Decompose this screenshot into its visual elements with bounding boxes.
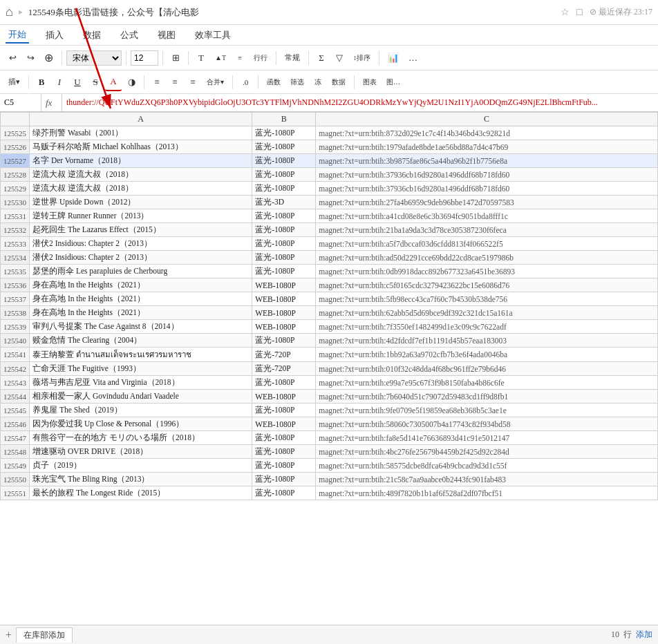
magnet-link[interactable]: magnet:?xt=urn:btih:5fb98ecc43ca7f60c7b4… [316,292,658,306]
row-number[interactable]: 125530 [1,196,30,209]
row-number[interactable]: 125533 [1,237,30,251]
bold-button[interactable]: B [33,73,50,91]
cell-reference[interactable]: C5 [0,94,41,111]
movie-name[interactable]: 养鬼屋 The Shed（2019） [30,404,252,417]
movie-name[interactable]: 马贩子科尔哈斯 Michael Kohlhaas（2013） [30,140,252,154]
movie-name[interactable]: 审判八号提案 The Case Against 8（2014） [30,320,252,334]
magnet-link[interactable]: magnet:?xt=urn:btih:21c58c7aa9aabce0b244… [316,473,658,486]
row-number[interactable]: 125539 [1,320,30,334]
magnet-link[interactable]: magnet:?xt=urn:btih:21ba1a9da3c3d78ce305… [316,223,658,237]
more-button[interactable]: … [404,49,422,67]
movie-name[interactable]: 潜伏2 Insidious: Chapter 2（2013） [30,251,252,265]
movie-name[interactable]: 有熊谷守一在的地方 モリのいる場所（2018） [30,431,252,445]
sort-button[interactable]: ↕排序 [349,49,375,67]
movie-name[interactable]: 起死回生 The Lazarus Effect（2015） [30,223,252,237]
row-number[interactable]: 125547 [1,431,30,445]
magnet-link[interactable]: magnet:?xt=urn:btih:fa8e5d141e76636893d4… [316,431,658,445]
movie-name[interactable]: 贞子（2019） [30,459,252,473]
movie-name[interactable]: 潜伏2 Insidious: Chapter 2（2013） [30,237,252,251]
menu-data[interactable]: 数据 [80,28,104,43]
magnet-link[interactable]: magnet:?xt=urn:btih:010f32c48dda4f68bc96… [316,362,658,376]
table-view-btn[interactable]: 图表 [359,73,381,91]
video-quality[interactable]: 蓝光-1080P [252,376,316,390]
video-quality[interactable]: 蓝光-1080P [252,182,316,196]
video-quality[interactable]: 蓝光-1080P [252,140,316,154]
magnet-link[interactable]: magnet:?xt=urn:btih:a41cd08e8e6c3b3694fc… [316,209,658,223]
filter-button[interactable]: ▽ [331,49,348,67]
movie-name[interactable]: 名字 Der Vorname（2018） [30,154,252,168]
video-quality[interactable]: 蓝光-1080P [252,404,316,417]
menu-insert[interactable]: 插入 [43,28,66,43]
video-quality[interactable]: 蓝光-1080P [252,459,316,473]
movie-name[interactable]: 亡命天涯 The Fugitive（1993） [30,362,252,376]
col-a-header[interactable]: A [30,113,252,126]
movie-name[interactable]: 逆转王牌 Runner Runner（2013） [30,209,252,223]
magnet-link[interactable]: magnet:?xt=urn:btih:7f3550ef1482499d1e3c… [316,320,658,334]
function-btn[interactable]: 函数 [263,73,285,91]
freeze-btn[interactable]: 冻 [310,73,326,91]
magnet-link[interactable]: magnet:?xt=urn:btih:a5f7dbccaf03d6cfdd81… [316,237,658,251]
movie-name[interactable]: 相亲相爱一家人 Govindudu Andari Vaadele [30,390,252,404]
menu-tools[interactable]: 效率工具 [192,28,234,43]
video-quality[interactable]: 蓝光-1080P [252,154,316,168]
menu-formula[interactable]: 公式 [118,28,141,43]
row-number[interactable]: 125540 [1,334,30,348]
video-quality[interactable]: 蓝光-1080P [252,473,316,486]
magnet-link[interactable]: magnet:?xt=urn:btih:58575dcbe8dfca64b9cb… [316,459,658,473]
text-up-btn[interactable]: ▲T [211,49,230,67]
magnet-link[interactable]: magnet:?xt=urn:btih:c5f0165cdc3279423622… [316,278,658,292]
row-number[interactable]: 125544 [1,390,30,404]
add-sheet-icon[interactable]: + [6,629,12,641]
magnet-link[interactable]: magnet:?xt=urn:btih:0db9918dacc892b67732… [316,265,658,278]
row-number[interactable]: 125532 [1,223,30,237]
video-quality[interactable]: 蓝光-1080P [252,431,316,445]
merge-cell-btn[interactable]: 合并▾ [203,73,228,91]
video-quality[interactable]: WEB-1080P [252,320,316,334]
fill-color-button[interactable]: ◑ [123,73,140,91]
row-number[interactable]: 125538 [1,306,30,320]
magnet-link[interactable]: magnet:?xt=urn:btih:27fa4b6959c9deb96bbe… [316,196,658,209]
row-height-btn[interactable]: 行行 [250,49,272,67]
row-number[interactable]: 125537 [1,292,30,306]
row-number[interactable]: 125529 [1,182,30,196]
row-number[interactable]: 125551 [1,486,30,500]
toolbar2-action-btn[interactable]: 插▾ [4,73,24,91]
video-quality[interactable]: WEB-1080P [252,278,316,292]
align-right-btn[interactable]: ≡ [185,73,201,91]
video-quality[interactable]: 蓝光-720P [252,348,316,362]
add-button[interactable]: 添加 [636,629,652,641]
video-quality[interactable]: 蓝光-1080P [252,445,316,459]
video-quality[interactable]: 蓝光-1080P [252,334,316,348]
col-c-header[interactable]: C [316,113,658,126]
magnet-link[interactable]: magnet:?xt=urn:btih:58060c7305007b4a1774… [316,417,658,431]
star-icon[interactable]: ☆ [561,6,570,18]
menu-view[interactable]: 视图 [155,28,178,43]
menu-start[interactable]: 开始 [6,27,29,44]
movie-name[interactable]: 因为你爱过我 Up Close & Personal（1996） [30,417,252,431]
video-quality[interactable]: 蓝光-1080P [252,209,316,223]
format-normal-btn[interactable]: 常规 [281,49,304,67]
video-quality[interactable]: 蓝光-720P [252,362,316,376]
row-number[interactable]: 125541 [1,348,30,362]
row-number[interactable]: 125546 [1,417,30,431]
video-quality[interactable]: 蓝光-1080P [252,251,316,265]
magnet-link[interactable]: magnet:?xt=urn:btih:7b6040d51c79072d5948… [316,390,658,404]
row-number[interactable]: 125545 [1,404,30,417]
video-quality[interactable]: WEB-1080P [252,417,316,431]
video-quality[interactable]: 蓝光-1080P [252,486,316,500]
row-number[interactable]: 125531 [1,209,30,223]
magnet-link[interactable]: magnet:?xt=urn:btih:37936cb16d9280a1496d… [316,168,658,182]
magnet-link[interactable]: magnet:?xt=urn:btih:ad50d2291cce69bdd22c… [316,251,658,265]
movie-name[interactable]: 增速驱动 OVER DRIVE（2018） [30,445,252,459]
movie-name[interactable]: 赎金危情 The Clearing（2004） [30,334,252,348]
font-color-button[interactable]: A [105,73,122,91]
row-number[interactable]: 125526 [1,140,30,154]
video-quality[interactable]: 蓝光-3D [252,196,316,209]
magnet-link[interactable]: magnet:?xt=urn:btih:8732d029e1c7c4f14b34… [316,126,658,140]
movie-name[interactable]: 身在高地 In the Heights（2021） [30,278,252,292]
row-number[interactable]: 125542 [1,362,30,376]
magnet-link[interactable]: magnet:?xt=urn:btih:489f7820b1b1af6f528a… [316,486,658,500]
col-b-header[interactable]: B [252,113,316,126]
align-center-btn[interactable]: ≡ [167,73,183,91]
sum-button[interactable]: Σ [313,49,330,67]
